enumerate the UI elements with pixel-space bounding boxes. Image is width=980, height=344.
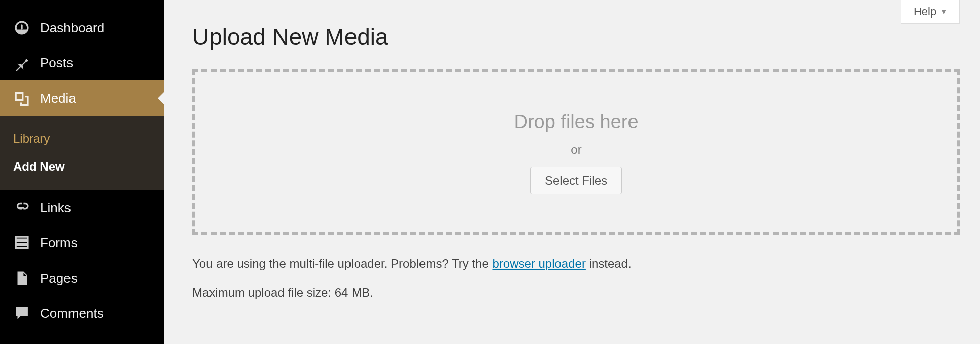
pages-icon	[13, 270, 30, 287]
sidebar-item-label: Dashboard	[40, 20, 104, 36]
help-tab[interactable]: Help ▼	[901, 0, 960, 24]
info-text-pre: You are using the multi-file uploader. P…	[192, 256, 492, 270]
drop-files-label: Drop files here	[514, 111, 638, 133]
comments-icon	[13, 305, 30, 322]
forms-icon	[13, 234, 30, 251]
dashboard-icon	[13, 19, 30, 36]
admin-sidebar: Dashboard Posts Media Library Add New Li…	[0, 0, 164, 344]
sidebar-item-label: Pages	[40, 271, 78, 286]
media-icon	[13, 90, 30, 107]
sidebar-item-links[interactable]: Links	[0, 190, 164, 225]
sidebar-item-forms[interactable]: Forms	[0, 225, 164, 261]
pin-icon	[13, 54, 30, 71]
sidebar-item-label: Posts	[40, 55, 73, 71]
sidebar-item-posts[interactable]: Posts	[0, 45, 164, 80]
max-upload-size: Maximum upload file size: 64 MB.	[192, 286, 960, 300]
uploader-info-line: You are using the multi-file uploader. P…	[192, 256, 960, 271]
or-label: or	[571, 143, 581, 157]
sidebar-item-comments[interactable]: Comments	[0, 296, 164, 331]
select-files-button[interactable]: Select Files	[530, 167, 622, 194]
page-title: Upload New Media	[192, 23, 960, 50]
sidebar-item-label: Comments	[40, 306, 104, 321]
info-text-post: instead.	[586, 256, 632, 270]
upload-dropzone[interactable]: Drop files here or Select Files	[192, 69, 960, 235]
caret-down-icon: ▼	[940, 8, 947, 16]
sidebar-subitem-add-new[interactable]: Add New	[0, 153, 164, 181]
sidebar-item-label: Forms	[40, 235, 78, 251]
sidebar-item-media[interactable]: Media	[0, 80, 164, 116]
sidebar-item-label: Links	[40, 200, 71, 216]
links-icon	[13, 199, 30, 216]
sidebar-subitem-library[interactable]: Library	[0, 125, 164, 153]
sidebar-item-pages[interactable]: Pages	[0, 261, 164, 296]
help-label: Help	[914, 5, 936, 18]
sidebar-item-dashboard[interactable]: Dashboard	[0, 10, 164, 45]
browser-uploader-link[interactable]: browser uploader	[492, 256, 585, 270]
main-content: Help ▼ Upload New Media Drop files here …	[164, 0, 980, 344]
sidebar-item-label: Media	[40, 91, 76, 106]
sidebar-submenu-media: Library Add New	[0, 116, 164, 190]
